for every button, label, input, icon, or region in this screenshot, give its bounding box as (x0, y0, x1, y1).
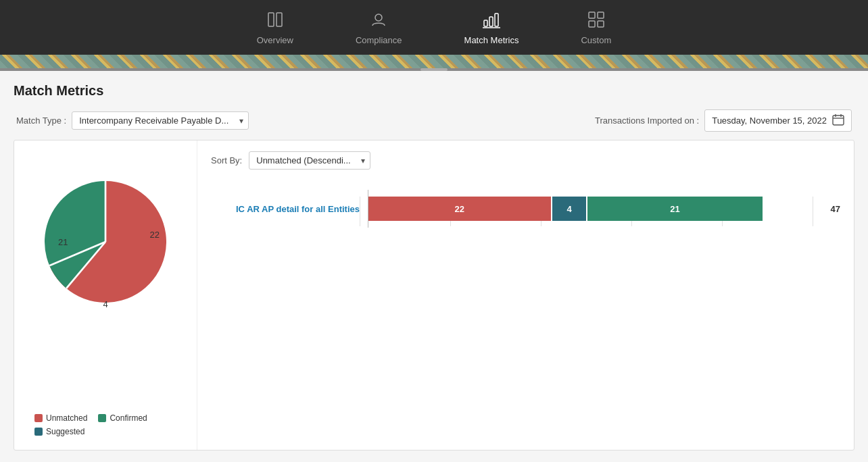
match-metrics-icon (483, 11, 500, 31)
bar-row-label: IC AR AP detail for all Entities (211, 204, 360, 214)
sort-label: Sort By: (211, 155, 242, 165)
svg-rect-8 (598, 12, 604, 18)
bar-total: 47 (831, 204, 840, 214)
bars-group: 22 4 21 (368, 197, 819, 221)
sort-select[interactable]: Unmatched (Descendi... (249, 151, 370, 170)
bar-chart-area: IC AR AP detail for all Entities 22 4 (211, 190, 840, 226)
pie-chart-side: 21 22 4 Unmatched Confirmed Suggested (14, 140, 197, 450)
chart-legend: Unmatched Confirmed Suggested (28, 413, 183, 436)
legend-item-unmatched: Unmatched (34, 413, 87, 423)
date-input-wrapper: Tuesday, November 15, 2022 (704, 109, 852, 132)
decorative-banner (0, 55, 868, 68)
svg-rect-9 (589, 21, 595, 27)
legend-dot-confirmed (98, 414, 106, 422)
pie-label-unmatched: 22 (150, 230, 160, 240)
bar-value-unmatched: 22 (455, 204, 464, 214)
svg-rect-10 (598, 21, 604, 27)
bar-value-suggested: 4 (567, 204, 572, 214)
bar-segment-confirmed: 21 (587, 197, 763, 221)
legend-label-unmatched: Unmatched (46, 413, 87, 423)
legend-label-confirmed: Confirmed (110, 413, 147, 423)
compliance-icon (370, 11, 387, 31)
legend-dot-suggested (34, 428, 43, 436)
nav-custom-label: Custom (581, 35, 611, 45)
legend-label-suggested: Suggested (46, 427, 85, 436)
nav-item-match-metrics[interactable]: Match Metrics (454, 7, 530, 49)
match-type-select[interactable]: Intercompany Receivable Payable D... (72, 111, 249, 130)
svg-rect-0 (268, 13, 274, 26)
svg-rect-3 (484, 20, 487, 26)
pie-label-confirmed: 21 (58, 237, 68, 247)
svg-rect-4 (489, 17, 493, 26)
sort-select-wrapper: Unmatched (Descendi... (249, 151, 370, 170)
main-content: Match Metrics Match Type : Intercompany … (0, 71, 868, 451)
bar-divider (368, 190, 368, 228)
page-title: Match Metrics (14, 83, 854, 99)
pie-chart-wrapper: 21 22 4 (45, 181, 166, 303)
bar-row-ic: IC AR AP detail for all Entities 22 4 (211, 197, 840, 221)
legend-item-suggested: Suggested (34, 427, 85, 436)
match-type-filter: Match Type : Intercompany Receivable Pay… (16, 111, 249, 130)
nav-item-overview[interactable]: Overview (246, 7, 304, 49)
nav-item-custom[interactable]: Custom (570, 7, 622, 49)
bar-segment-unmatched: 22 (368, 197, 551, 221)
custom-icon (587, 11, 605, 31)
pie-label-suggested: 4 (103, 299, 107, 309)
chart-container: 21 22 4 Unmatched Confirmed Suggested (14, 140, 854, 451)
bar-segment-suggested: 4 (552, 197, 585, 221)
nav-compliance-label: Compliance (356, 35, 402, 45)
bar-chart-side: Sort By: Unmatched (Descendi... (197, 140, 854, 450)
nav-item-compliance[interactable]: Compliance (345, 7, 413, 49)
legend-dot-unmatched (34, 414, 43, 422)
svg-rect-1 (276, 13, 282, 26)
match-type-label: Match Type : (16, 116, 66, 126)
overview-icon (266, 11, 284, 31)
transactions-date-filter: Transactions Imported on : Tuesday, Nove… (595, 109, 852, 132)
svg-rect-5 (495, 14, 498, 26)
calendar-icon[interactable] (832, 113, 844, 128)
top-navigation: Overview Compliance Match Metrics (0, 0, 868, 55)
sort-row: Sort By: Unmatched (Descendi... (211, 151, 840, 170)
transactions-label: Transactions Imported on : (595, 116, 699, 126)
filters-row: Match Type : Intercompany Receivable Pay… (14, 109, 854, 132)
match-type-select-wrapper: Intercompany Receivable Payable D... (72, 111, 249, 130)
date-value: Tuesday, November 15, 2022 (712, 116, 827, 126)
nav-overview-label: Overview (257, 35, 293, 45)
svg-rect-11 (833, 116, 844, 125)
svg-point-2 (375, 14, 382, 21)
svg-rect-7 (589, 12, 595, 18)
legend-item-confirmed: Confirmed (98, 413, 147, 423)
bar-value-confirmed: 21 (670, 204, 679, 214)
nav-match-metrics-label: Match Metrics (464, 35, 519, 45)
